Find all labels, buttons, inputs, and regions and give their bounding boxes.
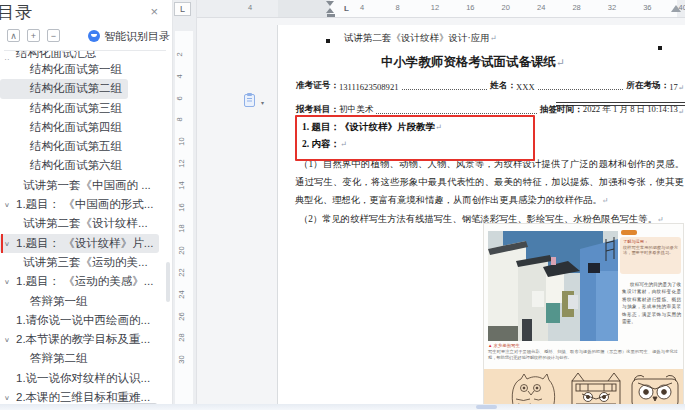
toc-item[interactable]: 结构化面试第二组 — [0, 79, 172, 98]
paragraph-1: （1）自然界中的植物、动物、人物、风景等，为纹样设计提供了广泛的题材和创作的灵感… — [295, 156, 684, 209]
vertical-ruler: L 24681012141618202224262830 — [172, 0, 197, 410]
toc-item[interactable]: 试讲第一套《中国画的 ... — [0, 176, 172, 195]
sidebar-vertical-scrollbar[interactable] — [166, 262, 170, 302]
ruler-margin-zone — [278, 0, 330, 17]
document-horizontal-scrollbar-thumb[interactable] — [476, 405, 497, 409]
toc-item[interactable]: 结构化面试第五组 — [0, 137, 172, 156]
toc-item[interactable]: 答辩第一组 — [0, 292, 172, 311]
toc-item[interactable]: ∨ 1.题目： 《设计纹样》片... — [0, 234, 172, 253]
toc-item-label: 结构化面试第三组 — [0, 99, 172, 118]
admission-label: 准考证号： — [296, 80, 339, 92]
ruler-number: 22 — [177, 268, 186, 276]
horizontal-ruler: 4 481216202428323640 L — [197, 0, 685, 18]
toc-item-label: 1.请你说一说中西绘画的... — [0, 311, 172, 330]
toc-item[interactable]: 试讲第二套《设计纹样... — [0, 214, 172, 233]
ruler-number: 8 — [175, 118, 184, 122]
note-badge — [621, 230, 637, 235]
toc-item[interactable]: 1.说一说你对纹样的认识... — [0, 369, 172, 388]
ruler-number: 28 — [572, 3, 580, 12]
dotted-leader — [376, 113, 537, 114]
vertical-ruler-page-zone — [175, 31, 193, 410]
smart-toc-button[interactable]: 智能识别目录 — [88, 29, 170, 43]
textbook-image[interactable]: 了解与运用： 纹样写生常用的观察与记录方法，需要平时多看多练习。 纹样写生的目的… — [483, 223, 684, 410]
ruler-number: 20 — [177, 247, 186, 255]
document-header-line: 试讲第二套《设计纹样》设计·应用↵ — [344, 32, 496, 45]
tab-stop-marker[interactable]: L — [344, 4, 349, 13]
dotted-leader — [402, 89, 488, 90]
ai-robot-icon — [88, 30, 100, 42]
paste-options-button[interactable]: ▾ — [244, 94, 264, 109]
chevron-down-icon[interactable]: ∨ — [4, 236, 10, 251]
ruler-number: 24 — [537, 3, 545, 12]
toc-item[interactable]: ∨ 2.本节课的教学目标及重... — [0, 330, 172, 349]
toc-item[interactable]: ∨ 1.题目： 《运动的美感》... — [0, 272, 172, 291]
collapse-level-button[interactable]: ∧ — [7, 29, 20, 42]
toc-item-label: 1.说一说你对纹样的认识... — [0, 369, 172, 388]
toc-item[interactable]: 试讲第三套《运动的美... — [0, 253, 172, 272]
note-box: 了解与运用： 纹样写生常用的观察与记录方法，需要平时多看多练习。 — [620, 237, 681, 274]
note-body: 纹样写生常用的观察与记录方法，需要平时多看多练习。 — [623, 245, 678, 256]
chevron-down-icon[interactable]: ∨ — [4, 197, 10, 212]
toc-list: ∨ 结构化面试汇总 结构化面试第一组 结构化面试第二组 结构化面试第三组 结构化… — [0, 51, 172, 407]
toc-item[interactable]: 结构化面试第一组 — [0, 60, 172, 79]
toc-panel-header: 目录 × — [0, 0, 172, 24]
toc-item-label: 试讲第二套《设计纹样... — [0, 214, 172, 233]
toc-item-label: 试讲第一套《中国画的 ... — [0, 176, 172, 195]
toc-panel-title: 目录 — [0, 1, 33, 24]
figure-caption: ▲ 水乡老街写生 写生时要注意对于景物色彩、概括、归纳、取舍与提炼的把握（示意图… — [488, 343, 678, 361]
village-painting — [488, 231, 618, 341]
toc-item-label: 答辩第一组 — [0, 292, 172, 311]
ruler-number: 4 — [248, 3, 252, 12]
time-value: 2022 年 1 月 8 日 10:14:13 — [583, 104, 678, 116]
toc-item-label: 结构化面试第六组 — [0, 156, 172, 175]
collapse-all-button[interactable]: − — [47, 29, 60, 42]
toc-item[interactable]: ∨ 结构化面试汇总 — [0, 51, 172, 60]
time-label: 抽签时间： — [540, 104, 583, 116]
toc-item-label: 结构化面试第一组 — [0, 60, 172, 79]
chevron-down-icon[interactable]: ∨ — [4, 332, 10, 347]
form-field-square-left — [326, 39, 330, 43]
toc-item[interactable]: 结构化面试第四组 — [0, 118, 172, 137]
smart-toc-label: 智能识别目录 — [104, 29, 170, 44]
toc-item[interactable]: 结构化面试第六组 — [0, 156, 172, 175]
ruler-number: 6 — [175, 96, 184, 100]
horizontal-scrollbar-track[interactable] — [0, 404, 685, 410]
toc-item[interactable]: ∨ 1.题目： 《中国画的形式... — [0, 195, 172, 214]
toc-panel: 目录 × ∧ + − 智能识别目录 ∨ 结构化面试汇总 结构化面试第一组 结构化… — [0, 0, 173, 410]
close-icon[interactable]: × — [150, 4, 158, 19]
toc-item-label: 1.题目： 《运动的美感》... — [0, 272, 172, 291]
tab-stop-selector[interactable]: L — [174, 2, 191, 16]
admission-value: 13111623508921 — [339, 82, 399, 92]
expand-all-button[interactable]: + — [27, 29, 40, 42]
toc-item[interactable]: 1.请你说一说中西绘画的... — [0, 311, 172, 330]
right-indent-marker[interactable] — [671, 5, 681, 12]
ruler-number: 12 — [177, 159, 186, 167]
ruler-number: 30 — [177, 356, 186, 364]
ruler-number: 24 — [177, 290, 186, 298]
name-label: 姓名： — [490, 80, 516, 92]
document-area: 4 481216202428323640 L 试讲第二套《设计纹样》设计·应用↵… — [197, 0, 685, 410]
chevron-down-icon[interactable]: ∨ — [4, 274, 10, 289]
room-value: 17 — [669, 82, 678, 92]
toc-item[interactable]: 答辩第二组 — [0, 349, 172, 368]
owl-geometric-icon — [572, 373, 620, 408]
red-annotation-box — [295, 115, 535, 161]
toc-item[interactable]: 结构化面试第三组 — [0, 99, 172, 118]
toc-item-label: 答辩第二组 — [0, 349, 172, 368]
indent-marker[interactable] — [326, 1, 335, 16]
ruler-number: 10 — [177, 138, 186, 146]
ruler-number: 2 — [175, 52, 184, 56]
form-row-1: 准考证号：13111623508921 姓名：XXX 所在考场：17 ↵ — [296, 80, 684, 92]
ruler-number: 18 — [177, 225, 186, 233]
toc-item-label: 结构化面试汇总 — [0, 51, 172, 60]
toc-item-label: 试讲第三套《运动的美... — [0, 253, 172, 272]
ruler-number: 14 — [177, 181, 186, 189]
ruler-number: 12 — [431, 3, 439, 12]
form-field-square-right — [658, 46, 662, 50]
ruler-number: 36 — [643, 3, 651, 12]
toc-toolbar: ∧ + − 智能识别目录 — [0, 27, 172, 47]
name-value: XXX — [516, 82, 535, 92]
ruler-number: 4 — [175, 74, 184, 78]
room-label: 所在考场： — [626, 80, 669, 92]
document-page[interactable]: 试讲第二套《设计纹样》设计·应用↵ 中小学教师资格考试面试备课纸↵ 准考证号：1… — [278, 25, 685, 410]
